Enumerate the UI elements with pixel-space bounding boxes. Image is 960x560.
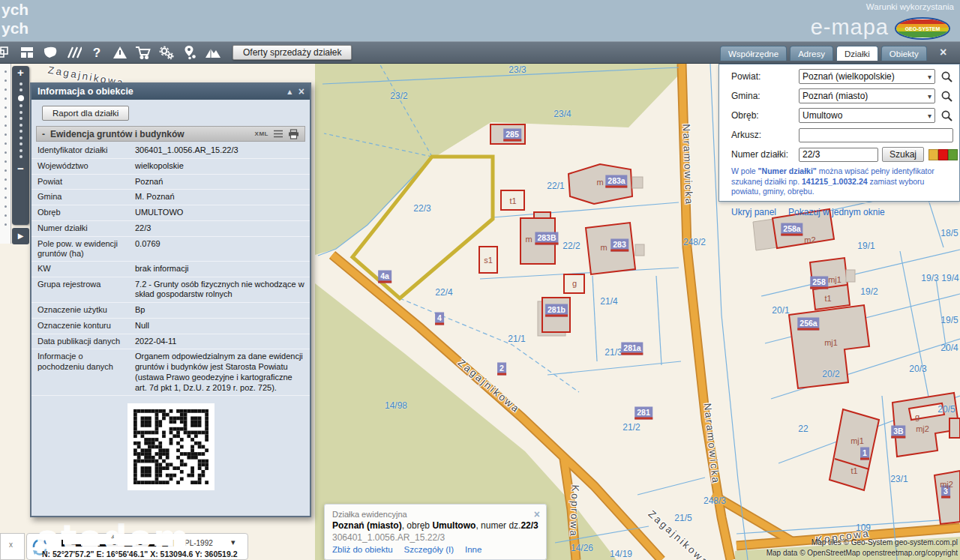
emapa-logo-text: e-mapa <box>811 15 889 40</box>
single-window-link[interactable]: Pokazuj w jednym oknie <box>788 207 885 217</box>
table-row: Informacje o pochodzeniu danychOrganem o… <box>32 349 310 396</box>
offers-button[interactable]: Oferty sprzedaży działek <box>232 45 352 60</box>
list-icon[interactable] <box>273 129 284 139</box>
attribution-tiles: Map tiles © Geo-System geo-system.com.pl <box>766 538 958 548</box>
legend-color-square[interactable] <box>928 149 938 160</box>
settings-gears-icon[interactable] <box>158 44 176 61</box>
print-icon[interactable] <box>288 129 299 139</box>
layout-grid-icon[interactable] <box>18 44 36 61</box>
info-panel-header[interactable]: Informacja o obiekcie ▴ × <box>32 84 310 100</box>
truncated-title-line2: ych <box>2 20 28 36</box>
layers-mountains-icon[interactable] <box>204 44 222 61</box>
close-icon[interactable]: × <box>534 509 540 520</box>
gmina-select[interactable]: Poznań (miasto)▾ <box>799 88 935 103</box>
map-pin-group-icon[interactable] <box>181 44 199 61</box>
powiat-select[interactable]: Poznań (wielkopolskie)▾ <box>799 69 935 84</box>
table-row: Województwowielkopolskie <box>32 159 310 175</box>
zoom-slider[interactable] <box>12 82 29 159</box>
parcel-number-input[interactable] <box>799 148 878 162</box>
gmina-label: Gmina: <box>731 91 799 101</box>
geosystem-logo: GEO-SYSTEM <box>894 17 951 40</box>
attribution-data: Map data © OpenStreetMap openstreetmap.o… <box>766 548 958 559</box>
legend-color-square[interactable] <box>948 149 958 160</box>
table-row: PowiatPoznań <box>32 175 310 190</box>
table-row: Identyfikator działki306401_1.0056.AR_15… <box>32 143 310 159</box>
zoom-out-button[interactable]: − <box>12 162 29 175</box>
section-title: Ewidencja gruntów i budynków <box>50 129 184 139</box>
table-row: ObrębUMULTOWO <box>32 205 310 221</box>
table-row: Pole pow. w ewidencji gruntów (ha)0.0769 <box>32 237 310 262</box>
report-button[interactable]: Raport dla działki <box>42 106 129 121</box>
collapse-icon[interactable]: - <box>42 129 45 139</box>
arkusz-label: Arkusz: <box>731 130 799 140</box>
zoom-in-button[interactable]: + <box>12 66 29 79</box>
collapsed-corner-box[interactable]: x <box>0 533 25 560</box>
table-row: GminaM. Poznań <box>32 190 310 205</box>
collapsed-panel-strip[interactable] <box>0 64 11 244</box>
measure-lines-icon[interactable] <box>64 44 82 61</box>
table-row: Data publikacji danych2022-04-11 <box>32 334 310 350</box>
table-row: Oznaczenie konturuNull <box>32 319 310 334</box>
obreb-select[interactable]: Umultowo▾ <box>799 108 935 123</box>
area-select-icon[interactable] <box>41 44 59 61</box>
minimize-icon[interactable]: ▴ <box>287 87 292 97</box>
svg-text:GEO-SYSTEM: GEO-SYSTEM <box>905 26 940 31</box>
tab-wspolrzedne[interactable]: Współrzędne <box>720 46 787 61</box>
object-info-panel: Informacja o obiekcie ▴ × Raport dla dzi… <box>30 82 311 517</box>
truncated-title-line1: ych <box>2 1 28 17</box>
top-header: ych ych Warunki wykorzystania e-mapa GEO… <box>0 0 960 41</box>
parcel-search-panel: Powiat: Poznań (wielkopolskie)▾ Gmina: P… <box>718 64 960 202</box>
numer-dzialki-label: Numer działki: <box>731 149 799 160</box>
zoom-control: + − <box>12 66 29 225</box>
other-link[interactable]: Inne <box>465 545 482 554</box>
info-panel-title: Informacja o obiekcie <box>38 86 134 97</box>
close-icon[interactable]: × <box>940 46 946 58</box>
chevron-down-icon: ▾ <box>928 112 932 120</box>
feature-title: Poznań (miasto), obręb Umultowo, numer d… <box>332 520 538 531</box>
hide-panel-link[interactable]: Ukryj panel <box>731 207 776 217</box>
obreb-label: Obręb: <box>731 110 799 121</box>
search-icon[interactable] <box>940 109 953 122</box>
search-tabs: Współrzędne Adresy Działki Obiekty <box>720 46 927 61</box>
zoom-to-object-link[interactable]: Zbliż do obiektu <box>332 545 393 554</box>
warning-triangle-icon[interactable] <box>111 44 129 61</box>
help-icon[interactable]: ? <box>88 44 106 61</box>
search-icon[interactable] <box>940 90 953 103</box>
search-icon[interactable] <box>940 70 953 83</box>
close-icon[interactable]: x <box>9 541 13 549</box>
arkusz-input[interactable] <box>799 128 953 142</box>
attribute-table: Identyfikator działki306401_1.0056.AR_15… <box>32 143 310 396</box>
xml-icon[interactable]: XML <box>255 130 268 137</box>
details-link[interactable]: Szczegóły (I) <box>404 545 454 554</box>
legend-color-square[interactable] <box>938 149 948 160</box>
geoportal-app: { "header": { "truncated_lines": ["ych",… <box>0 0 960 560</box>
svg-text:?: ? <box>93 46 100 60</box>
map-attribution: Map tiles © Geo-System geo-system.com.pl… <box>766 538 958 559</box>
cart-icon[interactable] <box>134 44 152 61</box>
close-icon[interactable]: × <box>298 85 304 97</box>
section-header[interactable]: - Ewidencja gruntów i budynków XML <box>36 126 305 142</box>
chevron-down-icon[interactable]: ▾ <box>231 538 236 547</box>
tab-obiekty[interactable]: Obiekty <box>881 46 927 61</box>
table-row: KWbrak informacji <box>32 262 310 277</box>
chevron-down-icon: ▾ <box>928 92 932 100</box>
search-hint: W pole "Numer działki" można wpisać pełn… <box>731 166 952 197</box>
qr-code <box>128 403 214 490</box>
feature-type-label: Działka ewidencyjna <box>332 510 538 519</box>
chevron-down-icon: ▾ <box>928 73 932 81</box>
expand-arrow-button[interactable]: ▶ <box>12 228 29 244</box>
table-row: Oznaczenie użytkuBp <box>32 303 310 319</box>
tab-adresy[interactable]: Adresy <box>790 46 833 61</box>
feature-id: 306401_1.0056.AR_15.22/3 <box>332 532 538 543</box>
table-row: Grupa rejestrowa7.2 - Grunty osób fizycz… <box>32 277 310 304</box>
powiat-label: Powiat: <box>731 71 799 82</box>
status-legend <box>928 149 958 160</box>
search-button[interactable]: Szukaj <box>882 147 924 162</box>
terms-link[interactable]: Warunki wykorzystania <box>866 2 954 11</box>
feature-popup: Działka ewidencyjna × Poznań (miasto), o… <box>324 504 547 560</box>
table-row: Numer działki22/3 <box>32 221 310 237</box>
tab-dzialki[interactable]: Działki <box>836 46 878 61</box>
watermark: otodom <box>36 517 190 557</box>
overlap-squares-icon[interactable] <box>0 44 13 61</box>
